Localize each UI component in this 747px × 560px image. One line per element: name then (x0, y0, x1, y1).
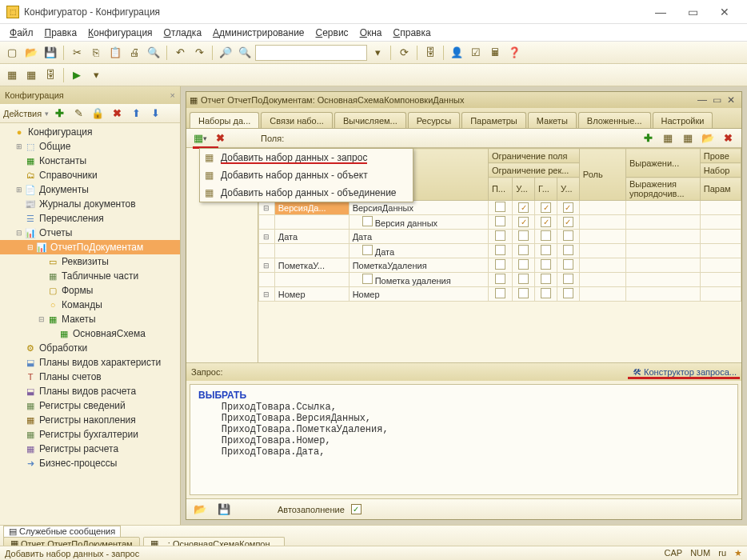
chk-cell[interactable] (535, 201, 557, 215)
tree-Планы видов расчета[interactable]: ⬓Планы видов расчета (0, 384, 180, 398)
delete-icon[interactable]: ✖ (108, 105, 126, 122)
chk-cell[interactable] (513, 230, 535, 244)
tree-Обработки[interactable]: ⚙Обработки (0, 341, 180, 355)
chk-cell[interactable] (535, 287, 557, 302)
search-input[interactable] (255, 45, 367, 61)
actions-dropdown-icon[interactable]: ▾ (45, 110, 49, 118)
find-icon[interactable]: 🔍 (145, 44, 162, 62)
undo-icon[interactable]: ↶ (171, 44, 189, 62)
paste-icon[interactable]: 📋 (106, 44, 124, 62)
row-toggle[interactable]: ⊟ (259, 201, 275, 215)
chk-cell[interactable] (488, 201, 512, 215)
help-icon[interactable]: ❓ (505, 44, 523, 62)
chk-cell[interactable] (535, 230, 557, 244)
tree-ОтчетПоДокументам[interactable]: ⊟📊ОтчетПоДокументам (0, 240, 180, 254)
chk-cell[interactable] (557, 230, 579, 244)
menu-Администрирование[interactable]: Администрирование (208, 26, 309, 40)
tab-3[interactable]: Ресурсы (408, 112, 460, 128)
tree-Журналы документов[interactable]: 📰Журналы документов (0, 197, 180, 211)
tree-Справочники[interactable]: 🗂Справочники (0, 168, 180, 182)
tb2-1-icon[interactable]: ▦ (3, 66, 21, 84)
query-textarea[interactable]: ВЫБРАТЬ ПриходТовара.Ссылка, ПриходТовар… (190, 384, 738, 495)
tree-Регистры сведений[interactable]: ▦Регистры сведений (0, 398, 180, 413)
tb2-2-icon[interactable]: ▦ (22, 66, 40, 84)
tab-6[interactable]: Вложенные... (578, 112, 651, 128)
row-name[interactable]: Дата (274, 230, 349, 244)
row-disp[interactable]: ВерсияДанных (349, 201, 488, 215)
sidebar-close-icon[interactable]: × (170, 90, 175, 100)
tree-Отчеты[interactable]: ⊟📊Отчеты (0, 226, 180, 240)
field-copy-icon[interactable]: ▦ (679, 130, 697, 147)
tree-Бизнес-процессы[interactable]: ➜Бизнес-процессы (0, 456, 180, 470)
field-folder-icon[interactable]: 📂 (699, 130, 717, 147)
chk-cell[interactable] (557, 201, 579, 215)
tree-Регистры накопления[interactable]: ▦Регистры накопления (0, 413, 180, 427)
row-sub[interactable]: Версия данных (349, 215, 488, 230)
tree-Константы[interactable]: ▦Константы (0, 154, 180, 168)
field-add-icon[interactable]: ✚ (639, 130, 657, 147)
dd-item-1[interactable]: ▦Добавить набор данных - объект (200, 166, 413, 184)
tab-5[interactable]: Макеты (528, 112, 577, 128)
tree-Планы счетов[interactable]: ТПланы счетов (0, 370, 180, 384)
row-sub[interactable]: Дата (349, 244, 488, 258)
new-icon[interactable]: ▢ (3, 44, 21, 62)
tree-Документы[interactable]: ⊞📄Документы (0, 182, 180, 197)
chk-cell[interactable] (488, 258, 512, 273)
row-name[interactable]: Номер (274, 287, 349, 302)
tree-Формы[interactable]: ▢Формы (0, 283, 180, 298)
row-sub[interactable]: Пометка удаления (349, 273, 488, 287)
close-button[interactable]: ✕ (709, 2, 741, 22)
add-icon[interactable]: ✚ (50, 105, 68, 122)
save-icon[interactable]: 💾 (42, 44, 59, 62)
autofill-checkbox[interactable]: ✓ (351, 504, 362, 514)
lock-icon[interactable]: 🔒 (89, 105, 106, 122)
down-icon[interactable]: ⬇ (146, 105, 164, 122)
tab-0[interactable]: Наборы да... (190, 112, 259, 128)
chk-cell[interactable] (513, 201, 535, 215)
row-disp[interactable]: Номер (349, 287, 488, 302)
calc-icon[interactable]: 🖩 (486, 44, 504, 62)
menu-Файл[interactable]: Файл (5, 26, 38, 40)
row-toggle[interactable]: ⊟ (259, 287, 275, 302)
tree-Общие[interactable]: ⊞⬚Общие (0, 139, 180, 154)
redo-icon[interactable]: ↷ (190, 44, 208, 62)
cut-icon[interactable]: ✂ (68, 44, 86, 62)
menu-Справка[interactable]: Справка (389, 26, 436, 40)
print-icon[interactable]: 🖨 (126, 44, 143, 62)
menu-Окна[interactable]: Окна (355, 26, 387, 40)
tree-Регистры бухгалтерии[interactable]: ▦Регистры бухгалтерии (0, 427, 180, 442)
chk-cell[interactable] (513, 258, 535, 273)
foot-save-icon[interactable]: 💾 (215, 501, 233, 518)
db-icon[interactable]: 🗄 (421, 44, 439, 62)
chk-cell[interactable] (557, 287, 579, 302)
tb2-3-icon[interactable]: 🗄 (42, 66, 59, 84)
dd-item-2[interactable]: ▦Добавить набор данных - объединение (200, 184, 413, 202)
menu-Конфигурация[interactable]: Конфигурация (83, 26, 158, 40)
tree-Перечисления[interactable]: ☰Перечисления (0, 211, 180, 226)
up-icon[interactable]: ⬆ (127, 105, 145, 122)
run-menu-icon[interactable]: ▾ (87, 66, 105, 84)
remove-dataset-icon[interactable]: ✖ (211, 130, 229, 147)
menu-Отладка[interactable]: Отладка (159, 26, 206, 40)
run-icon[interactable]: ▶ (68, 66, 86, 84)
chk-cell[interactable] (557, 258, 579, 273)
tree-Команды[interactable]: ○Команды (0, 298, 180, 312)
maximize-button[interactable]: ▭ (677, 2, 709, 22)
row-disp[interactable]: Дата (349, 230, 488, 244)
syntax-icon[interactable]: ☑ (467, 44, 485, 62)
minimize-button[interactable]: — (645, 2, 677, 22)
search-icon[interactable]: 🔎 (217, 44, 234, 62)
edit-icon[interactable]: ✎ (70, 105, 87, 122)
dropdown-icon[interactable]: ▾ (369, 44, 386, 62)
tab-7[interactable]: Настройки (653, 112, 713, 128)
tree-Планы видов характеристи[interactable]: ⬓Планы видов характеристи (0, 355, 180, 370)
user-icon[interactable]: 👤 (448, 44, 465, 62)
svc-messages-tab[interactable]: ▤ Служебные сообщения (3, 526, 121, 538)
row-disp[interactable]: ПометкаУдаления (349, 258, 488, 273)
tab-2[interactable]: Вычисляем... (334, 112, 406, 128)
copy-icon[interactable]: ⎘ (87, 44, 105, 62)
editor-max-icon[interactable]: ▭ (709, 94, 724, 106)
actions-label[interactable]: Действия (3, 109, 43, 118)
row-toggle[interactable]: ⊟ (259, 258, 275, 273)
expander-icon[interactable]: ⊟ (14, 229, 24, 237)
